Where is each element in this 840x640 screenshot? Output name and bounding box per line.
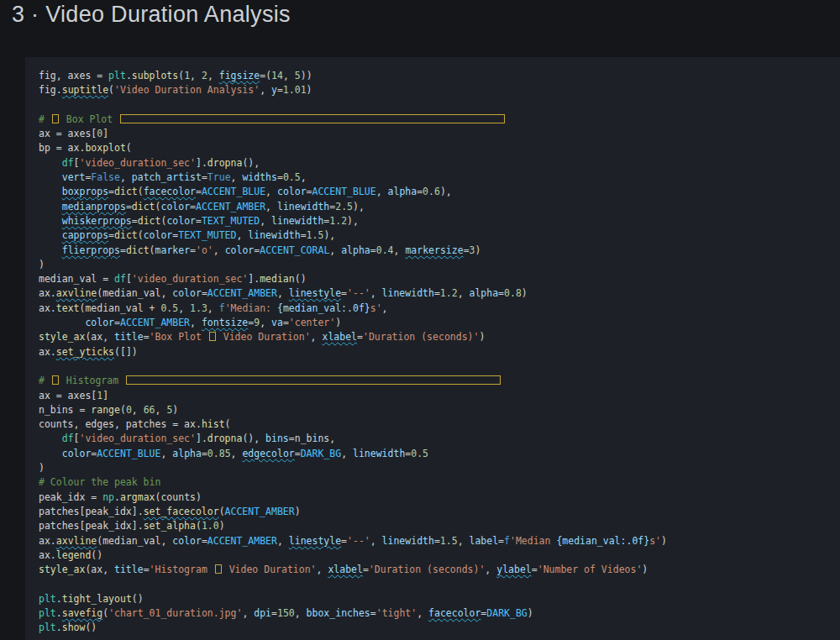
code-token: (	[108, 84, 114, 96]
code-cell[interactable]: fig, axes = plt.subplots(1, 2, figsize=(…	[25, 57, 840, 640]
code-token: ,	[311, 331, 323, 343]
code-token	[39, 433, 62, 444]
code-token: title	[114, 564, 144, 575]
code-token: argmax	[120, 491, 155, 503]
code-line: patches[peak_idx].set_facecolor(ACCENT_A…	[39, 505, 840, 519]
code-token: .	[126, 70, 132, 81]
code-token: '--'	[347, 535, 370, 547]
code-token: Box Plot	[60, 113, 118, 125]
code-token: savefig	[62, 607, 102, 619]
code-token: plt	[108, 70, 126, 81]
code-token	[39, 244, 62, 256]
code-token: )	[295, 506, 301, 517]
code-token	[39, 201, 62, 212]
code-token: legend	[56, 549, 92, 561]
code-token: =	[341, 535, 347, 547]
code-token: ,	[277, 535, 289, 547]
code-token: 'tight'	[376, 607, 417, 619]
code-token: 2.5	[335, 201, 353, 212]
code-token: ax.	[39, 549, 56, 561]
code-token: ACCENT_AMBER	[207, 535, 277, 547]
code-token: =	[307, 186, 312, 197]
code-token: text	[56, 302, 80, 314]
code-token: ACCENT_BLUE	[97, 448, 160, 459]
code-token	[39, 229, 62, 241]
code-token: linewidth	[271, 215, 323, 227]
code-token: boxplot	[85, 142, 125, 154]
code-token: 'Duration (seconds)'	[369, 564, 485, 575]
code-token: =	[370, 244, 376, 256]
code-token: 2	[202, 70, 207, 81]
code-token: plt	[39, 622, 56, 633]
code-token: 1.5	[307, 229, 324, 241]
code-token: title	[114, 331, 144, 343]
code-token: 1.2	[440, 287, 458, 299]
code-token: 'center'	[289, 317, 335, 328]
code-token: (	[120, 404, 126, 416]
code-token: =	[114, 317, 120, 328]
code-token: (),	[242, 157, 260, 169]
code-token: 'video_duration_sec'	[80, 157, 196, 169]
code-token: ,	[207, 302, 219, 314]
code-token: linestyle	[289, 287, 341, 299]
code-token: ,	[178, 302, 190, 314]
code-line: color=ACCENT_AMBER, fontsize=9, va='cent…	[39, 316, 840, 330]
unicode-highlight-bar	[120, 114, 505, 123]
code-token: ),	[323, 229, 335, 241]
code-token: ,	[283, 70, 295, 81]
code-line: bp = ax.boxplot(	[39, 141, 840, 155]
code-token: =	[277, 84, 283, 96]
code-token: peak_idx =	[39, 491, 102, 503]
code-token: dict	[132, 201, 155, 212]
code-token: ,	[120, 171, 132, 183]
code-token: False	[91, 171, 120, 183]
code-token: # Colour the peak bin	[39, 476, 160, 488]
code-token: #	[39, 375, 50, 386]
code-token: 0	[126, 404, 132, 416]
code-token: {median_val:.0f}	[277, 302, 370, 314]
unicode-highlight-box	[52, 114, 59, 123]
code-token: counts, edges, patches = ax.	[39, 418, 202, 430]
code-token: hist	[202, 418, 225, 430]
code-token: facecolor	[144, 186, 196, 197]
code-token: (counts)	[155, 491, 202, 503]
code-token: f	[219, 302, 225, 314]
code-token: figsize	[219, 70, 260, 81]
code-token: Video Duration'	[218, 331, 311, 343]
code-token	[39, 215, 62, 227]
code-line: style_ax(ax, title='Box Plot Video Durat…	[39, 330, 840, 344]
code-token: subplots	[132, 70, 178, 81]
code-token: ,	[160, 448, 172, 459]
code-token: (	[138, 186, 144, 197]
code-token: range	[91, 404, 120, 416]
code-token: ,	[260, 215, 271, 227]
code-token: ,	[265, 186, 277, 197]
code-token: np	[102, 491, 114, 503]
code-line: df['video_duration_sec'].dropna(), bins=…	[39, 432, 840, 446]
code-token: 'Number of Videos'	[538, 564, 643, 575]
code-token: ax.	[39, 302, 56, 314]
code-token: =	[132, 215, 138, 227]
code-token: (ax,	[85, 564, 114, 575]
code-token: 3	[470, 244, 475, 256]
code-token: [	[74, 157, 80, 169]
code-token: edgecolor	[242, 448, 294, 459]
code-token: 'Median:	[225, 302, 277, 314]
code-token: 'Box Plot	[150, 331, 207, 343]
code-token: ,	[382, 302, 388, 314]
code-token: 0.4	[376, 244, 394, 256]
code-token: )	[661, 535, 667, 547]
code-token: color	[85, 317, 114, 328]
code-token: (	[126, 142, 132, 154]
code-token: ,	[317, 564, 328, 575]
code-token: 1.01	[283, 84, 307, 96]
code-token: =	[144, 564, 150, 575]
code-line: n_bins = range(0, 66, 5)	[39, 403, 840, 417]
code-token: ,	[190, 317, 202, 328]
code-token: ()	[85, 622, 97, 633]
code-token: =	[196, 186, 202, 197]
code-token: alpha	[469, 287, 498, 299]
code-token: ACCENT_AMBER	[196, 201, 265, 212]
code-token: dict	[138, 215, 161, 227]
code-token: whiskerprops	[62, 215, 132, 227]
